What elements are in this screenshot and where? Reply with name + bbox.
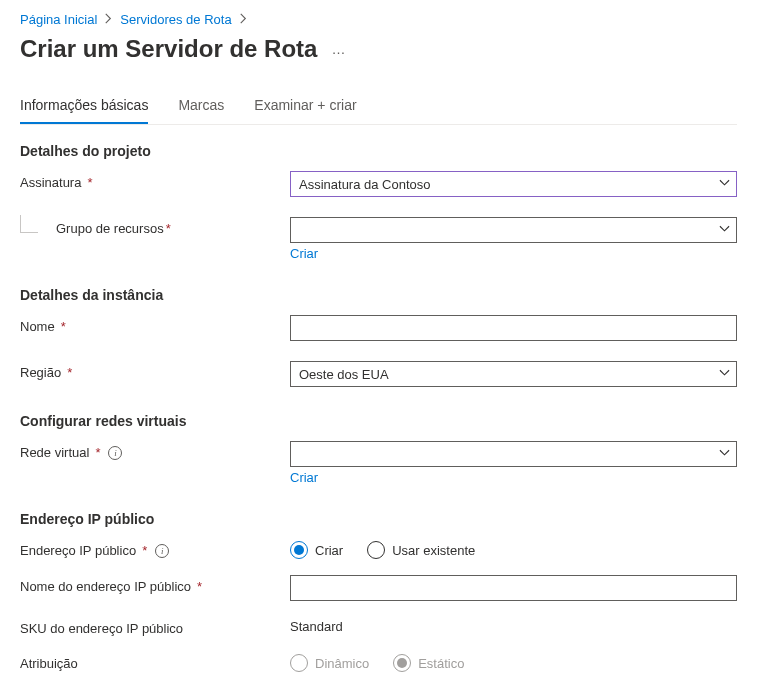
tabs: Informações básicas Marcas Examinar + cr…	[20, 97, 737, 125]
region-select[interactable]: Oeste dos EUA	[290, 361, 737, 387]
section-instance-details: Detalhes da instância	[20, 287, 737, 303]
name-input[interactable]	[290, 315, 737, 341]
info-icon[interactable]: i	[155, 544, 169, 558]
required-marker: *	[166, 221, 171, 236]
label-public-ip-sku: SKU do endereço IP público	[20, 617, 290, 636]
assignment-radio-group: Dinâmico Estático	[290, 652, 737, 672]
page-title-row: Criar um Servidor de Rota …	[20, 35, 737, 63]
more-menu-icon[interactable]: …	[331, 41, 347, 57]
radio-label-dynamic: Dinâmico	[315, 656, 369, 671]
tree-connector-icon	[20, 215, 38, 233]
required-marker: *	[142, 543, 147, 558]
label-public-ip: Endereço IP público* i	[20, 539, 290, 558]
subscription-select[interactable]: Assinatura da Contoso	[290, 171, 737, 197]
radio-icon	[367, 541, 385, 559]
section-project-details: Detalhes do projeto	[20, 143, 737, 159]
virtual-network-select[interactable]	[290, 441, 737, 467]
label-assignment: Atribuição	[20, 652, 290, 671]
label-name: Nome*	[20, 315, 290, 334]
required-marker: *	[61, 319, 66, 334]
page-title: Criar um Servidor de Rota	[20, 35, 317, 63]
radio-use-existing[interactable]: Usar existente	[367, 541, 475, 559]
section-virtual-networks: Configurar redes virtuais	[20, 413, 737, 429]
required-marker: *	[95, 445, 100, 460]
radio-icon	[290, 541, 308, 559]
label-region: Região*	[20, 361, 290, 380]
required-marker: *	[67, 365, 72, 380]
section-public-ip: Endereço IP público	[20, 511, 737, 527]
chevron-down-icon	[719, 223, 730, 238]
subscription-value: Assinatura da Contoso	[299, 177, 431, 192]
create-vnet-link[interactable]: Criar	[290, 470, 318, 485]
required-marker: *	[197, 579, 202, 594]
chevron-down-icon	[719, 447, 730, 462]
resource-group-select[interactable]	[290, 217, 737, 243]
create-resource-group-link[interactable]: Criar	[290, 246, 318, 261]
chevron-down-icon	[719, 367, 730, 382]
breadcrumb-route-servers[interactable]: Servidores de Rota	[120, 12, 231, 27]
radio-dynamic: Dinâmico	[290, 654, 369, 672]
chevron-right-icon	[238, 13, 249, 26]
radio-label-static: Estático	[418, 656, 464, 671]
label-virtual-network: Rede virtual* i	[20, 441, 290, 460]
required-marker: *	[87, 175, 92, 190]
public-ip-sku-value: Standard	[290, 617, 737, 634]
radio-static: Estático	[393, 654, 464, 672]
info-icon[interactable]: i	[108, 446, 122, 460]
radio-icon	[393, 654, 411, 672]
public-ip-radio-group: Criar Usar existente	[290, 539, 737, 559]
radio-create-new[interactable]: Criar	[290, 541, 343, 559]
label-resource-group: Grupo de recursos*	[20, 217, 290, 236]
tab-tags[interactable]: Marcas	[178, 97, 224, 124]
region-value: Oeste dos EUA	[299, 367, 389, 382]
label-subscription: Assinatura*	[20, 171, 290, 190]
label-public-ip-name: Nome do endereço IP público*	[20, 575, 290, 594]
public-ip-name-input[interactable]	[290, 575, 737, 601]
tab-basics[interactable]: Informações básicas	[20, 97, 148, 124]
radio-icon	[290, 654, 308, 672]
breadcrumb: Página Inicial Servidores de Rota	[20, 12, 737, 27]
chevron-down-icon	[719, 177, 730, 192]
radio-label-create: Criar	[315, 543, 343, 558]
breadcrumb-home[interactable]: Página Inicial	[20, 12, 97, 27]
tab-review[interactable]: Examinar + criar	[254, 97, 356, 124]
chevron-right-icon	[103, 13, 114, 26]
radio-label-existing: Usar existente	[392, 543, 475, 558]
